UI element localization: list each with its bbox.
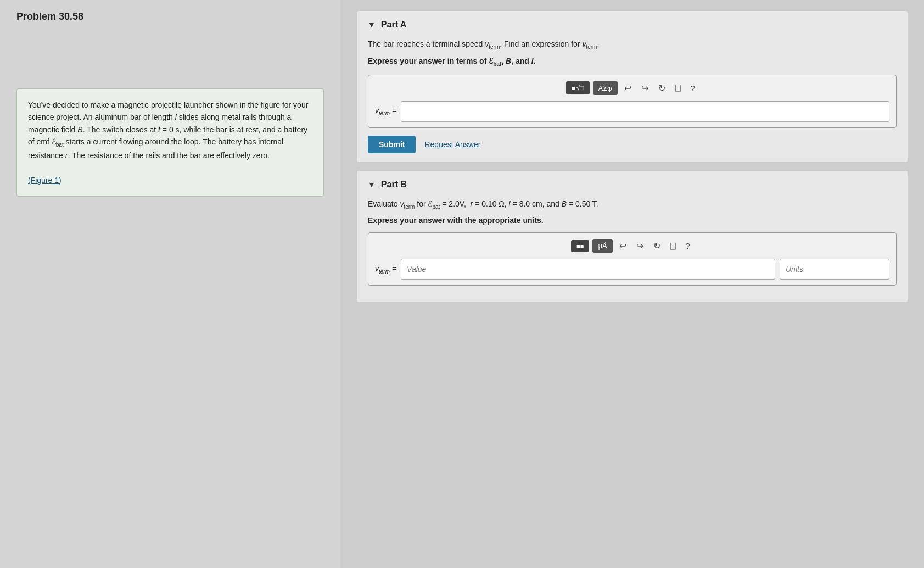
part-b-instruction: Express your answer with the appropriate… — [368, 216, 897, 225]
part-a-instruction: Express your answer in terms of ℰbat, B,… — [368, 57, 897, 67]
part-b-refresh-btn[interactable]: ↻ — [650, 238, 664, 253]
part-a-header: ▼ Part A — [368, 20, 897, 30]
part-b-keyboard-btn[interactable]: ⎕ — [667, 239, 679, 253]
part-a-section: ▼ Part A The bar reaches a terminal spee… — [357, 11, 908, 162]
part-a-toolbar: ■ √□ AΣφ ↩ ↪ ↻ ⎕ ? — [375, 81, 889, 96]
figure-link[interactable]: (Figure 1) — [28, 176, 61, 185]
part-a-undo-btn[interactable]: ↩ — [621, 81, 635, 96]
part-a-submit-btn[interactable]: Submit — [368, 136, 416, 153]
part-b-description: Evaluate vterm for ℰbat = 2.0V, r = 0.10… — [368, 198, 897, 211]
part-a-formula-btn[interactable]: ■ √□ — [566, 81, 590, 94]
part-b-value-input[interactable] — [401, 259, 775, 280]
part-b-input-label: vterm = — [375, 264, 396, 275]
part-a-collapse-arrow[interactable]: ▼ — [368, 20, 376, 29]
part-b-formula-btn[interactable]: ■■ — [571, 240, 589, 252]
part-a-symbols-btn[interactable]: AΣφ — [593, 81, 618, 95]
problem-title: Problem 30.58 — [16, 11, 324, 23]
part-a-refresh-btn[interactable]: ↻ — [655, 81, 669, 96]
part-a-button-row: Submit Request Answer — [368, 136, 897, 153]
part-b-section: ▼ Part B Evaluate vterm for ℰbat = 2.0V,… — [357, 171, 908, 303]
right-panel: ▼ Part A The bar reaches a terminal spee… — [340, 0, 924, 568]
part-a-title: Part A — [381, 20, 407, 30]
part-a-request-answer-btn[interactable]: Request Answer — [424, 140, 480, 149]
part-b-units-btn[interactable]: μÅ — [592, 239, 612, 253]
part-b-title: Part B — [381, 180, 407, 190]
problem-description: You've decided to make a magnetic projec… — [28, 99, 312, 162]
left-panel: Problem 30.58 You've decided to make a m… — [0, 0, 340, 568]
part-b-redo-btn[interactable]: ↪ — [633, 238, 647, 253]
part-a-description: The bar reaches a terminal speed vterm. … — [368, 38, 897, 51]
part-a-answer-box: ■ √□ AΣφ ↩ ↪ ↻ ⎕ ? vterm = — [368, 75, 897, 128]
part-a-input-row: vterm = — [375, 101, 889, 122]
part-a-keyboard-btn[interactable]: ⎕ — [672, 81, 684, 95]
part-a-input-label: vterm = — [375, 106, 396, 116]
part-a-redo-btn[interactable]: ↪ — [638, 81, 652, 96]
part-b-undo-btn[interactable]: ↩ — [616, 238, 630, 253]
part-b-collapse-arrow[interactable]: ▼ — [368, 180, 376, 189]
part-b-help-btn[interactable]: ? — [682, 239, 693, 253]
part-a-answer-input[interactable] — [401, 101, 889, 122]
part-b-header: ▼ Part B — [368, 180, 897, 190]
problem-text-box: You've decided to make a magnetic projec… — [16, 88, 324, 197]
main-container: Problem 30.58 You've decided to make a m… — [0, 0, 924, 568]
part-b-toolbar: ■■ μÅ ↩ ↪ ↻ ⎕ ? — [375, 238, 889, 253]
part-a-help-btn[interactable]: ? — [687, 81, 698, 95]
part-b-input-row: vterm = — [375, 259, 889, 280]
part-b-units-input[interactable] — [780, 259, 889, 280]
part-b-answer-box: ■■ μÅ ↩ ↪ ↻ ⎕ ? vterm = — [368, 232, 897, 286]
